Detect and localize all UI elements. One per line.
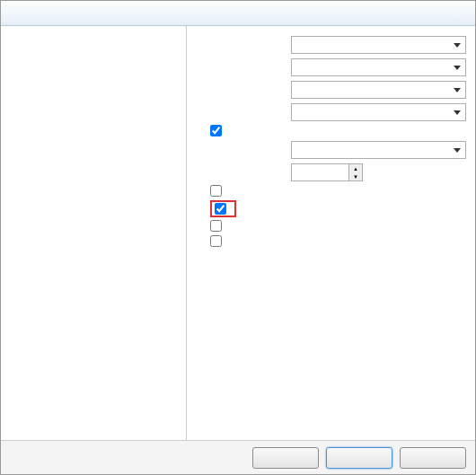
titlebar <box>1 1 475 26</box>
cancel-button[interactable] <box>400 447 466 469</box>
dock-lr-select[interactable] <box>291 103 466 121</box>
show-recent-checkbox[interactable] <box>210 220 222 232</box>
button-bar <box>1 440 475 474</box>
highlight-box-sidebar <box>210 200 236 217</box>
delay-input[interactable]: ▲▼ <box>291 163 363 181</box>
show-sidebar-checkbox[interactable] <box>215 203 226 215</box>
btn-size-select[interactable] <box>291 141 466 159</box>
settings-form: ▲▼ <box>187 26 475 440</box>
options-dialog: ▲▼ <box>0 0 476 475</box>
extend-fn-checkbox[interactable] <box>210 185 222 197</box>
hide-single-checkbox[interactable] <box>210 125 222 136</box>
float-select[interactable] <box>291 58 466 76</box>
reset-button[interactable] <box>252 447 319 469</box>
dock-tb-select[interactable] <box>291 81 466 99</box>
tab-size-select[interactable] <box>291 36 466 54</box>
ok-button[interactable] <box>326 447 392 469</box>
content-area: ▲▼ <box>1 26 475 440</box>
lock-dock-checkbox[interactable] <box>210 235 222 247</box>
spinner-icon[interactable]: ▲▼ <box>348 164 362 180</box>
category-tree[interactable] <box>1 26 187 440</box>
